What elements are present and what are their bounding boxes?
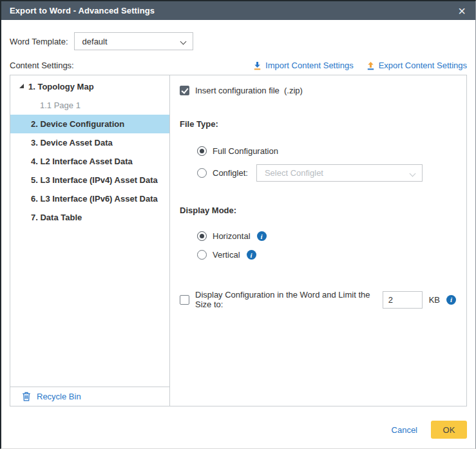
export-arrow-icon xyxy=(367,61,375,70)
limit-size-input[interactable] xyxy=(383,291,423,309)
vertical-info-icon[interactable]: i xyxy=(247,250,256,260)
dialog-footer: Cancel OK xyxy=(10,421,467,439)
tree-item-label: 4. L2 Interface Asset Data xyxy=(31,157,133,166)
word-template-label: Word Template: xyxy=(10,37,68,46)
dialog-titlebar: Export to Word - Advanced Settings × xyxy=(1,1,475,20)
export-link-label: Export Content Settings xyxy=(379,61,467,70)
chevron-down-icon xyxy=(409,171,415,177)
recycle-bin-label: Recycle Bin xyxy=(37,392,81,401)
import-link-label: Import Content Settings xyxy=(265,61,354,70)
tree-item-label: 3. Device Asset Data xyxy=(31,138,113,148)
configlet-select[interactable]: Select Configlet xyxy=(256,164,423,182)
tree-item-device-asset-data[interactable]: 3. Device Asset Data xyxy=(10,133,169,152)
limit-size-label: Display Configuration in the Word and Li… xyxy=(195,290,376,309)
word-template-value: default xyxy=(82,37,108,46)
insert-config-label: Insert configuration file (.zip) xyxy=(195,86,303,95)
vertical-radio[interactable] xyxy=(197,250,207,260)
tree-item-l2-interface-asset-data[interactable]: 4. L2 Interface Asset Data xyxy=(10,152,169,171)
content-tree: 1. Topology Map 1.1 Page 1 2. Device Con… xyxy=(10,75,170,406)
vertical-label: Vertical xyxy=(213,250,240,260)
horizontal-option: Horizontal i xyxy=(197,231,456,241)
word-template-select[interactable]: default xyxy=(74,32,193,50)
horizontal-label: Horizontal xyxy=(213,231,251,241)
dialog-body: Word Template: default Content Settings:… xyxy=(1,32,475,439)
content-settings-links: Import Content Settings Export Content S… xyxy=(253,61,467,70)
content-settings-box: 1. Topology Map 1.1 Page 1 2. Device Con… xyxy=(10,75,467,406)
horizontal-radio[interactable] xyxy=(197,231,207,241)
tree-item-l3-ipv4-asset-data[interactable]: 5. L3 Interface (IPv4) Asset Data xyxy=(10,171,169,189)
tree-item-label: 7. Data Table xyxy=(31,213,82,222)
dialog-title: Export to Word - Advanced Settings xyxy=(10,6,155,15)
tree-item-data-table[interactable]: 7. Data Table xyxy=(10,208,169,227)
word-template-row: Word Template: default xyxy=(10,32,467,50)
import-content-settings-link[interactable]: Import Content Settings xyxy=(253,61,354,70)
limit-size-unit: KB xyxy=(429,295,440,305)
display-mode-label: Display Mode: xyxy=(180,205,456,215)
limit-size-checkbox[interactable] xyxy=(180,295,189,305)
full-configuration-label: Full Configuration xyxy=(213,146,278,156)
full-configuration-option: Full Configuration xyxy=(197,146,456,156)
close-icon[interactable]: × xyxy=(457,5,467,17)
limit-size-info-icon[interactable]: i xyxy=(446,295,456,305)
file-type-label: File Type: xyxy=(180,119,456,129)
ok-button[interactable]: OK xyxy=(431,421,467,439)
device-configuration-panel: Insert configuration file (.zip) File Ty… xyxy=(170,75,466,406)
configlet-select-placeholder: Select Configlet xyxy=(265,168,323,178)
horizontal-info-icon[interactable]: i xyxy=(257,231,267,241)
tree-item-label: 2. Device Configuration xyxy=(31,119,124,129)
import-arrow-icon xyxy=(253,61,262,70)
vertical-option: Vertical i xyxy=(197,250,456,260)
export-to-word-dialog: Export to Word - Advanced Settings × Wor… xyxy=(0,0,476,449)
recycle-bin-button[interactable]: Recycle Bin xyxy=(10,387,169,406)
content-settings-label: Content Settings: xyxy=(10,61,74,70)
tree-item-l3-ipv6-asset-data[interactable]: 6. L3 Interface (IPv6) Asset Data xyxy=(10,189,169,208)
limit-size-row: Display Configuration in the Word and Li… xyxy=(180,290,456,309)
configlet-radio[interactable] xyxy=(197,168,207,178)
tree-expand-caret-icon[interactable] xyxy=(19,84,24,88)
cancel-button[interactable]: Cancel xyxy=(392,425,417,435)
configlet-label: Configlet: xyxy=(213,168,248,178)
tree-item-label: 5. L3 Interface (IPv4) Asset Data xyxy=(31,175,158,185)
export-content-settings-link[interactable]: Export Content Settings xyxy=(367,61,467,70)
tree-item-label: 1.1 Page 1 xyxy=(40,100,81,110)
insert-config-row: Insert configuration file (.zip) xyxy=(180,86,456,95)
tree-item-page-1[interactable]: 1.1 Page 1 xyxy=(10,96,169,115)
insert-config-checkbox[interactable] xyxy=(180,86,189,95)
content-settings-row: Content Settings: Import Content Setting… xyxy=(10,61,467,70)
trash-icon xyxy=(22,392,31,401)
tree-item-topology-map[interactable]: 1. Topology Map xyxy=(10,77,169,96)
chevron-down-icon xyxy=(180,39,186,45)
full-configuration-radio[interactable] xyxy=(197,146,207,156)
tree-item-label: 6. L3 Interface (IPv6) Asset Data xyxy=(31,194,158,204)
tree-item-label: 1. Topology Map xyxy=(28,82,94,91)
tree-item-device-configuration[interactable]: 2. Device Configuration xyxy=(10,115,169,133)
configlet-option: Configlet: Select Configlet xyxy=(197,164,456,182)
